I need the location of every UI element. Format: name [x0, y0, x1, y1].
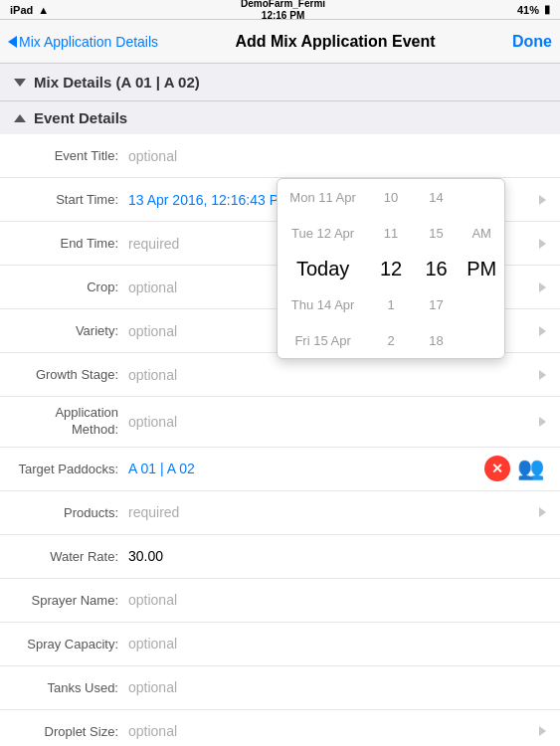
sprayer-name-value[interactable]: optional	[128, 592, 546, 608]
target-paddocks-value: A 01 | A 02	[128, 461, 484, 476]
farm-name: DemoFarm_Fermi	[241, 0, 325, 10]
picker-ampm-3[interactable]	[459, 286, 504, 322]
growth-stage-chevron-icon	[539, 370, 546, 380]
water-rate-value[interactable]: 30.00	[128, 548, 546, 564]
droplet-size-chevron-icon	[539, 726, 546, 736]
nav-bar: Mix Application Details Add Mix Applicat…	[0, 20, 560, 64]
picker-date-3[interactable]: Thu 14 Apr	[278, 286, 368, 322]
event-details-header: Event Details	[0, 101, 560, 134]
picker-hour-1[interactable]: 11	[368, 215, 414, 251]
start-time-chevron-icon	[539, 195, 546, 205]
event-title-row: Event Title: optional	[0, 134, 560, 178]
water-rate-label: Water Rate:	[14, 549, 128, 564]
start-time-row[interactable]: Start Time: 13 Apr 2016, 12:16:43 PM Mon…	[0, 178, 560, 222]
mix-details-header: Mix Details (A 01 | A 02)	[0, 64, 560, 101]
end-time-label: End Time:	[14, 236, 128, 251]
mix-details-label: Mix Details (A 01 | A 02)	[34, 74, 200, 91]
growth-stage-row[interactable]: Growth Stage: optional	[0, 353, 560, 397]
event-details-label: Event Details	[34, 109, 127, 126]
picker-min-3[interactable]: 17	[414, 286, 460, 322]
application-method-row[interactable]: ApplicationMethod: optional	[0, 397, 560, 448]
paddocks-icons: ✕ 👥	[484, 456, 546, 481]
target-paddocks-label: Target Paddocks:	[14, 462, 128, 476]
status-left: iPad ▲	[10, 4, 49, 16]
picker-min-0[interactable]: 14	[414, 179, 460, 215]
date-picker-inner: Mon 11 Apr Tue 12 Apr Today Thu 14 Apr F…	[278, 179, 504, 358]
droplet-size-row[interactable]: Droplet Size: optional	[0, 710, 560, 746]
growth-stage-label: Growth Stage:	[14, 367, 128, 382]
picker-date-1[interactable]: Tue 12 Apr	[278, 215, 368, 251]
crop-label: Crop:	[14, 280, 128, 294]
remove-paddock-button[interactable]: ✕	[484, 456, 510, 481]
back-button[interactable]: Mix Application Details	[8, 34, 158, 50]
picker-min-today[interactable]: 16	[414, 251, 460, 286]
status-right: 41% ▮	[517, 3, 550, 16]
date-picker-date-col: Mon 11 Apr Tue 12 Apr Today Thu 14 Apr F…	[278, 179, 368, 358]
variety-chevron-icon	[539, 326, 546, 336]
droplet-size-label: Droplet Size:	[14, 724, 128, 739]
end-time-chevron-icon	[539, 239, 546, 249]
tanks-used-value[interactable]: optional	[128, 679, 546, 695]
picker-ampm-0[interactable]	[459, 179, 504, 215]
spray-capacity-value[interactable]: optional	[128, 636, 546, 652]
sprayer-name-label: Sprayer Name:	[14, 593, 128, 608]
wifi-icon: ▲	[38, 4, 49, 16]
products-label: Products:	[14, 505, 128, 520]
picker-min-1[interactable]: 15	[414, 215, 460, 251]
sprayer-name-row: Sprayer Name: optional	[0, 579, 560, 623]
water-rate-row: Water Rate: 30.00	[0, 535, 560, 579]
date-picker[interactable]: Mon 11 Apr Tue 12 Apr Today Thu 14 Apr F…	[277, 178, 505, 359]
picker-hour-0[interactable]: 10	[368, 179, 414, 215]
event-title-value[interactable]: optional	[128, 148, 546, 164]
application-method-chevron-icon	[539, 417, 546, 427]
date-picker-hour-col: 10 11 12 1 2	[368, 179, 414, 358]
growth-stage-value[interactable]: optional	[128, 367, 533, 383]
picker-hour-4[interactable]: 2	[368, 322, 414, 358]
target-paddocks-row: Target Paddocks: A 01 | A 02 ✕ 👥	[0, 448, 560, 491]
droplet-size-value[interactable]: optional	[128, 723, 533, 739]
add-paddock-button[interactable]: 👥	[514, 456, 546, 481]
event-title-label: Event Title:	[14, 148, 128, 163]
picker-ampm-1[interactable]: AM	[459, 215, 504, 251]
battery-label: 41%	[517, 4, 539, 16]
status-center: DemoFarm_Fermi 12:16 PM	[241, 0, 325, 22]
application-method-label: ApplicationMethod:	[14, 405, 128, 439]
picker-hour-3[interactable]: 1	[368, 286, 414, 322]
picker-min-4[interactable]: 18	[414, 322, 460, 358]
form-area: Event Title: optional Start Time: 13 Apr…	[0, 134, 560, 746]
expand-icon[interactable]	[14, 114, 26, 122]
picker-hour-today[interactable]: 12	[368, 251, 414, 286]
picker-date-4[interactable]: Fri 15 Apr	[278, 322, 368, 358]
picker-date-0[interactable]: Mon 11 Apr	[278, 179, 368, 215]
chevron-left-icon	[8, 36, 17, 48]
products-value[interactable]: required	[128, 504, 533, 520]
variety-label: Variety:	[14, 323, 128, 338]
time-display: 12:16 PM	[262, 10, 304, 22]
products-chevron-icon	[539, 507, 546, 517]
start-time-label: Start Time:	[14, 192, 128, 207]
tanks-used-label: Tanks Used:	[14, 680, 128, 695]
crop-chevron-icon	[539, 282, 546, 292]
picker-ampm-today[interactable]: PM	[459, 251, 504, 286]
date-picker-minute-col: 14 15 16 17 18	[414, 179, 460, 358]
battery-icon: ▮	[544, 3, 550, 16]
date-picker-ampm-col: AM PM	[459, 179, 504, 358]
picker-date-today[interactable]: Today	[278, 251, 368, 286]
application-method-value[interactable]: optional	[128, 414, 533, 430]
carrier-label: iPad	[10, 4, 33, 16]
spray-capacity-label: Spray Capacity:	[14, 637, 128, 652]
nav-title: Add Mix Application Event	[235, 33, 435, 51]
status-bar: iPad ▲ DemoFarm_Fermi 12:16 PM 41% ▮	[0, 0, 560, 20]
spray-capacity-row: Spray Capacity: optional	[0, 623, 560, 666]
back-label: Mix Application Details	[19, 34, 158, 50]
tanks-used-row: Tanks Used: optional	[0, 666, 560, 710]
products-row[interactable]: Products: required	[0, 491, 560, 535]
done-button[interactable]: Done	[512, 33, 552, 51]
picker-ampm-4[interactable]	[459, 322, 504, 358]
collapse-icon[interactable]	[14, 79, 26, 87]
